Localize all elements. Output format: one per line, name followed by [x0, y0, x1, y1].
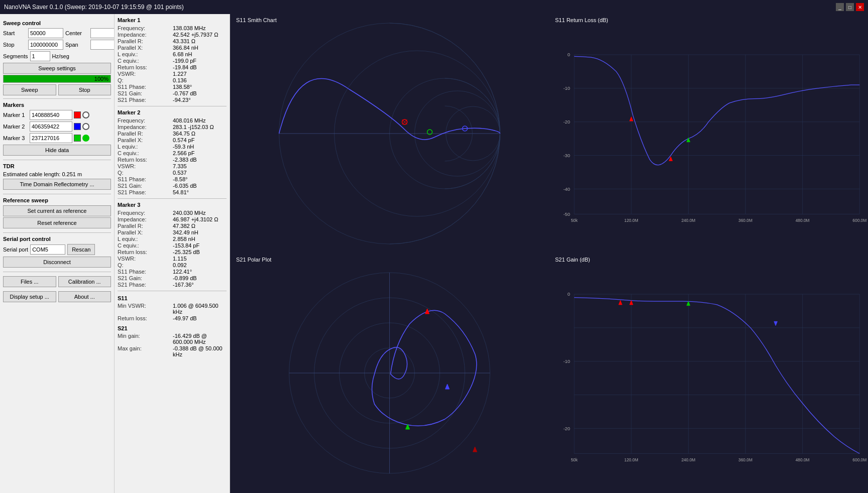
marker3-data-title: Marker 3: [118, 202, 227, 208]
marker3-color[interactable]: [74, 135, 81, 142]
marker3-data-section: Marker 3 Frequency: 240.030 MHz Impedanc…: [118, 202, 227, 288]
svg-rect-12: [549, 34, 868, 234]
s11-rl-svg: 0 -10 -20 -30 -40 -50 50k 120.0M 240.0M …: [549, 14, 868, 254]
serial-port-input[interactable]: [30, 244, 65, 255]
rescan-btn[interactable]: Rescan: [67, 244, 95, 255]
title-bar: NanoVNA Saver 0.1.0 (Sweep: 2019-10-07 1…: [0, 0, 868, 14]
tdr-btn[interactable]: Time Domain Reflectometry ...: [3, 179, 111, 190]
svg-text:-10: -10: [563, 359, 570, 364]
charts-panel: S11 Smith Chart: [230, 14, 868, 493]
marker2-color[interactable]: [74, 123, 81, 130]
s21-gain-chart: S21 Gain (dB) 0 -10 -20: [549, 254, 868, 493]
hz-per-seg: Hz/seg: [52, 53, 69, 59]
serial-port-section: Serial port control Serial port Rescan D…: [3, 236, 111, 269]
maximize-btn[interactable]: □: [846, 3, 854, 11]
s21-summary: S21 Min gain: -16.429 dB @ 600.000 MHz M…: [118, 325, 227, 357]
marker1-data-title: Marker 1: [118, 17, 227, 23]
svg-text:120.0M: 120.0M: [624, 457, 638, 462]
center-input[interactable]: [90, 28, 115, 38]
marker2-label: Marker 2: [3, 124, 28, 130]
s11-summary: S11 Min VSWR: 1.006 @ 6049.500 kHz Retur…: [118, 295, 227, 321]
progress-label: 100%: [4, 75, 111, 82]
sweep-control-title: Sweep control: [3, 20, 111, 26]
svg-text:120.0M: 120.0M: [624, 218, 638, 223]
display-setup-btn[interactable]: Display setup ...: [3, 291, 56, 302]
marker2-data-title: Marker 2: [118, 109, 227, 115]
s11-return-loss-chart: S11 Return Loss (dB) 0 -10: [549, 14, 868, 254]
svg-text:-10: -10: [563, 86, 570, 91]
svg-text:480.0M: 480.0M: [796, 457, 810, 462]
marker2-input[interactable]: [30, 121, 72, 132]
serial-port-title: Serial port control: [3, 236, 111, 242]
marker1-color[interactable]: [74, 111, 81, 118]
marker3-radio[interactable]: [82, 135, 89, 142]
tdr-title: TDR: [3, 163, 111, 169]
marker1-label: Marker 1: [3, 112, 28, 118]
s11-return-loss-title: S11 Return Loss (dB): [552, 16, 611, 24]
sweep-control-section: Sweep control Start Center Stop Span Seg…: [3, 20, 111, 95]
marker1-radio[interactable]: [82, 111, 89, 118]
svg-text:240.0M: 240.0M: [681, 457, 695, 462]
marker3-input[interactable]: [30, 133, 72, 143]
set-reference-btn[interactable]: Set current as reference: [3, 205, 111, 216]
stop-input[interactable]: [28, 40, 63, 50]
s21-summary-title: S21: [118, 325, 227, 331]
left-panel: Sweep control Start Center Stop Span Seg…: [0, 14, 115, 493]
files-btn[interactable]: Files ...: [3, 276, 56, 287]
segments-input[interactable]: [30, 51, 50, 61]
segments-label: Segments: [3, 53, 28, 59]
marker3-label: Marker 3: [3, 135, 28, 141]
start-label: Start: [3, 30, 26, 36]
minimize-btn[interactable]: _: [836, 3, 844, 11]
svg-text:240.0M: 240.0M: [681, 218, 695, 223]
svg-text:600.0M: 600.0M: [852, 457, 866, 462]
stop-label: Stop: [3, 42, 26, 48]
close-btn[interactable]: ✕: [856, 3, 864, 11]
serial-port-label: Serial port: [3, 247, 28, 253]
svg-text:-50: -50: [563, 212, 570, 217]
s11-smith-title: S11 Smith Chart: [233, 16, 280, 24]
start-input[interactable]: [28, 28, 63, 38]
s21-gain-title: S21 Gain (dB): [552, 256, 593, 264]
svg-text:-20: -20: [563, 119, 570, 125]
marker2-data-section: Marker 2 Frequency: 408.016 MHz Impedanc…: [118, 109, 227, 195]
svg-text:50k: 50k: [571, 457, 578, 462]
cable-length: Estimated cable length: 0.251 m: [3, 171, 111, 177]
s21-polar-title: S21 Polar Plot: [233, 256, 274, 264]
s11-smith-chart: S11 Smith Chart: [230, 14, 549, 254]
markers-title: Markers: [3, 102, 111, 108]
calibration-btn[interactable]: Calibration ...: [58, 276, 112, 287]
svg-text:-40: -40: [563, 187, 570, 192]
marker1-input[interactable]: [30, 110, 72, 120]
disconnect-btn[interactable]: Disconnect: [3, 257, 111, 268]
marker1-data-section: Marker 1 Frequency: 138.038 MHz Impedanc…: [118, 17, 227, 103]
marker2-radio[interactable]: [82, 123, 89, 130]
svg-text:50k: 50k: [571, 218, 578, 223]
svg-text:0: 0: [568, 292, 570, 297]
s11-smith-svg: [230, 14, 549, 254]
stop-btn[interactable]: Stop: [58, 84, 112, 95]
svg-text:600.0M: 600.0M: [852, 218, 866, 223]
reference-sweep-title: Reference sweep: [3, 197, 111, 203]
hide-data-btn[interactable]: Hide data: [3, 145, 111, 156]
span-label: Span: [65, 42, 88, 48]
reset-reference-btn[interactable]: Reset reference: [3, 217, 111, 228]
reference-sweep-section: Reference sweep Set current as reference…: [3, 197, 111, 229]
svg-text:-20: -20: [563, 426, 570, 431]
svg-text:360.0M: 360.0M: [738, 218, 752, 223]
svg-text:360.0M: 360.0M: [738, 457, 752, 462]
sweep-btn[interactable]: Sweep: [3, 84, 56, 95]
s11-summary-title: S11: [118, 295, 227, 301]
s21-polar-svg: [230, 254, 549, 493]
svg-text:-30: -30: [563, 153, 570, 158]
span-input[interactable]: [90, 40, 115, 50]
sweep-settings-btn[interactable]: Sweep settings: [3, 63, 111, 74]
about-btn[interactable]: About ...: [58, 291, 112, 302]
s21-polar-chart: S21 Polar Plot: [230, 254, 549, 493]
tdr-section: TDR Estimated cable length: 0.251 m Time…: [3, 163, 111, 191]
svg-text:0: 0: [568, 52, 570, 57]
svg-text:480.0M: 480.0M: [796, 218, 810, 223]
title-bar-title: NanoVNA Saver 0.1.0 (Sweep: 2019-10-07 1…: [4, 4, 836, 11]
center-label: Center: [65, 30, 88, 36]
middle-panel: Marker 1 Frequency: 138.038 MHz Impedanc…: [115, 14, 230, 493]
